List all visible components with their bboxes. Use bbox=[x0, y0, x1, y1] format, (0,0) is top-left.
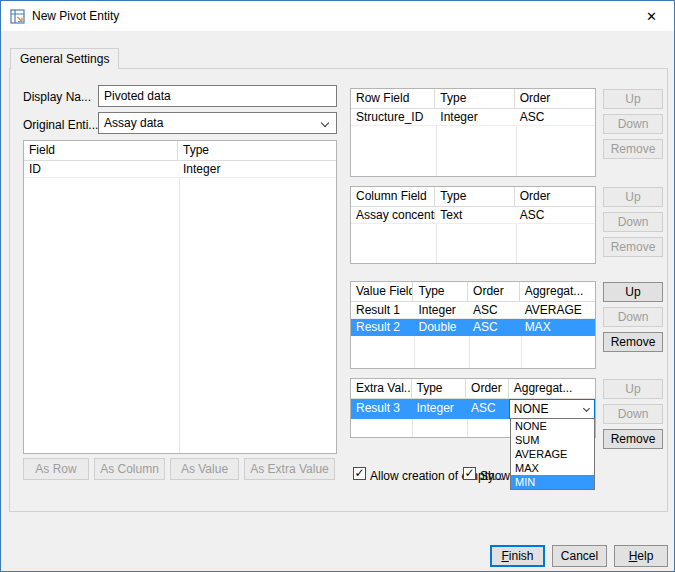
original-entity-label: Original Enti... bbox=[23, 118, 98, 132]
column-field-down-button[interactable]: Down bbox=[603, 212, 663, 232]
close-icon[interactable]: ✕ bbox=[629, 1, 674, 31]
table-row[interactable]: Structure_ID Integer ASC bbox=[351, 109, 595, 126]
column-header-type[interactable]: Type bbox=[413, 282, 468, 301]
show-checkbox[interactable]: ✓ bbox=[463, 467, 476, 480]
cell-order: ASC bbox=[468, 302, 520, 318]
cell-order: ASC bbox=[466, 399, 509, 418]
titlebar: New Pivot Entity ✕ bbox=[1, 1, 674, 31]
cancel-button[interactable]: Cancel bbox=[552, 545, 607, 567]
help-rest: elp bbox=[637, 549, 653, 563]
value-field-header: Value Field Type Order Aggregat... bbox=[351, 282, 595, 302]
window-title: New Pivot Entity bbox=[32, 9, 119, 23]
original-entity-select[interactable]: Assay data bbox=[98, 112, 337, 134]
as-value-button[interactable]: As Value bbox=[170, 458, 239, 480]
table-row[interactable]: Result 1 Integer ASC AVERAGE bbox=[351, 302, 595, 319]
finish-button[interactable]: Finish bbox=[490, 545, 545, 567]
column-header-aggregation[interactable]: Aggregat... bbox=[509, 379, 595, 398]
dropdown-option-average[interactable]: AVERAGE bbox=[511, 447, 594, 461]
row-field-table: Row Field Type Order Structure_ID Intege… bbox=[350, 88, 596, 177]
cell-type: Integer bbox=[412, 399, 467, 418]
value-field-table: Value Field Type Order Aggregat... Resul… bbox=[350, 281, 596, 369]
column-header-column-field[interactable]: Column Field bbox=[351, 187, 435, 206]
cell-type: Integer bbox=[435, 109, 514, 125]
table-row-selected[interactable]: Result 2 Double ASC MAX bbox=[351, 319, 595, 336]
dropdown-option-none[interactable]: NONE bbox=[511, 419, 594, 433]
allow-empty-checkbox[interactable]: ✓ bbox=[353, 467, 366, 480]
chevron-down-icon bbox=[321, 119, 329, 127]
table-row[interactable]: Assay concentr... Text ASC bbox=[351, 207, 595, 224]
help-button[interactable]: Help bbox=[614, 545, 668, 567]
check-icon: ✓ bbox=[464, 466, 474, 480]
value-field-up-button[interactable]: Up bbox=[603, 282, 663, 302]
row-field-header: Row Field Type Order bbox=[351, 89, 595, 109]
table-row-selected[interactable]: Result 3 Integer ASC NONE bbox=[351, 399, 595, 419]
tab-general-settings[interactable]: General Settings bbox=[10, 48, 119, 69]
finish-key: F bbox=[501, 549, 508, 563]
original-entity-value: Assay data bbox=[104, 116, 163, 130]
column-divider bbox=[179, 141, 180, 453]
column-header-order[interactable]: Order bbox=[468, 282, 520, 301]
column-header-type[interactable]: Type bbox=[435, 89, 514, 108]
dialog-new-pivot-entity: New Pivot Entity ✕ General Settings Disp… bbox=[0, 0, 675, 572]
as-row-button[interactable]: As Row bbox=[23, 458, 89, 480]
cell-field: ID bbox=[24, 161, 178, 177]
finish-rest: inish bbox=[509, 549, 534, 563]
column-field-up-button[interactable]: Up bbox=[603, 187, 663, 207]
display-name-input[interactable]: Pivoted data bbox=[98, 85, 337, 107]
column-header-extra-value[interactable]: Extra Val... bbox=[351, 379, 412, 398]
cell-name: Result 1 bbox=[351, 302, 413, 318]
column-field-header: Column Field Type Order bbox=[351, 187, 595, 207]
column-header-type[interactable]: Type bbox=[435, 187, 514, 206]
cell-type: Text bbox=[435, 207, 514, 223]
extra-value-up-button[interactable]: Up bbox=[603, 379, 663, 399]
column-header-value-field[interactable]: Value Field bbox=[351, 282, 413, 301]
row-field-down-button[interactable]: Down bbox=[603, 114, 663, 134]
cell-order: ASC bbox=[468, 319, 520, 335]
available-fields-table: Field Type ID Integer bbox=[23, 140, 337, 454]
column-header-row-field[interactable]: Row Field bbox=[351, 89, 435, 108]
cell-aggregation: AVERAGE bbox=[520, 302, 595, 318]
cell-order: ASC bbox=[515, 207, 595, 223]
column-field-remove-button[interactable]: Remove bbox=[603, 237, 663, 257]
as-extra-value-button[interactable]: As Extra Value bbox=[244, 458, 335, 480]
dropdown-option-min[interactable]: MIN bbox=[511, 475, 594, 489]
value-field-remove-button[interactable]: Remove bbox=[603, 332, 663, 352]
column-field-table: Column Field Type Order Assay concentr..… bbox=[350, 186, 596, 264]
row-field-up-button[interactable]: Up bbox=[603, 89, 663, 109]
column-header-field[interactable]: Field bbox=[24, 141, 178, 160]
column-header-aggregation[interactable]: Aggregat... bbox=[520, 282, 595, 301]
cell-type: Double bbox=[413, 319, 468, 335]
aggregation-combobox-value: NONE bbox=[514, 402, 549, 416]
cell-type: Integer bbox=[413, 302, 468, 318]
cell-order: ASC bbox=[515, 109, 595, 125]
tab-label: General Settings bbox=[20, 52, 109, 66]
column-header-order[interactable]: Order bbox=[515, 89, 595, 108]
cell-aggregation: MAX bbox=[520, 319, 595, 335]
aggregation-combobox[interactable]: NONE bbox=[509, 399, 595, 419]
dropdown-option-sum[interactable]: SUM bbox=[511, 433, 594, 447]
column-header-type[interactable]: Type bbox=[178, 141, 336, 160]
dropdown-option-max[interactable]: MAX bbox=[511, 461, 594, 475]
extra-value-header: Extra Val... Type Order Aggregat... bbox=[351, 379, 595, 399]
column-header-order[interactable]: Order bbox=[466, 379, 509, 398]
row-field-remove-button[interactable]: Remove bbox=[603, 139, 663, 159]
column-header-order[interactable]: Order bbox=[515, 187, 595, 206]
chevron-down-icon bbox=[583, 405, 590, 412]
help-key: H bbox=[629, 549, 638, 563]
cell-type: Integer bbox=[178, 161, 336, 177]
cell-name: Structure_ID bbox=[351, 109, 435, 125]
value-field-down-button[interactable]: Down bbox=[603, 307, 663, 327]
as-column-button[interactable]: As Column bbox=[94, 458, 165, 480]
display-name-label: Display Na... bbox=[23, 90, 91, 104]
display-name-value: Pivoted data bbox=[104, 89, 171, 103]
column-header-type[interactable]: Type bbox=[412, 379, 467, 398]
extra-value-remove-button[interactable]: Remove bbox=[603, 429, 663, 449]
app-icon bbox=[10, 9, 25, 24]
fields-table-header: Field Type bbox=[24, 141, 336, 161]
cell-name: Result 2 bbox=[351, 319, 413, 335]
table-row[interactable]: ID Integer bbox=[24, 161, 336, 178]
cell-name: Result 3 bbox=[351, 399, 412, 418]
aggregation-dropdown-list: NONE SUM AVERAGE MAX MIN bbox=[510, 418, 595, 490]
check-icon: ✓ bbox=[354, 466, 364, 480]
extra-value-down-button[interactable]: Down bbox=[603, 404, 663, 424]
